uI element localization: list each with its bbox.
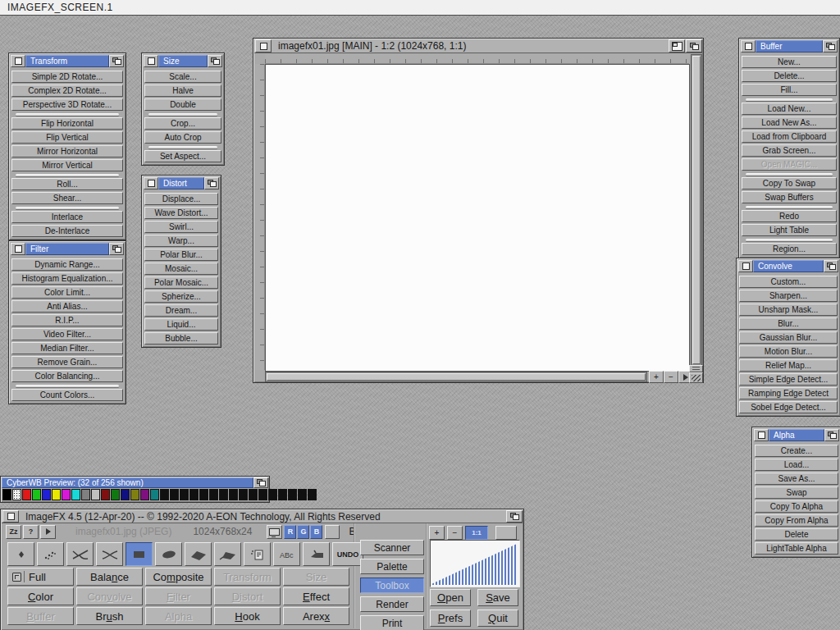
screen-title-bar[interactable]: IMAGEFX_SCREEN.1 [0,0,840,16]
effect-button[interactable]: Effect [283,587,349,605]
color-swatch-101010[interactable] [229,489,238,500]
color-limit-button[interactable]: Color Limit... [11,286,123,299]
red-channel-toggle[interactable]: R [284,525,296,539]
liquid-button[interactable]: Liquid... [144,318,218,331]
one-to-one-button[interactable]: 1:1 [465,526,488,540]
imagefx-titlebar[interactable]: ImageFX 4.5 (12-Apr-20) -- © 1992-2020 A… [2,510,523,523]
perspective-3d-rotate-button[interactable]: Perspective 3D Rotate... [11,98,123,111]
page-scanner[interactable]: Scanner [360,540,424,555]
copy-from-alpha-button[interactable]: Copy From Alpha [755,514,838,527]
vertical-scrollbar-knob[interactable] [692,56,701,364]
color-swatch-101010[interactable] [278,489,287,500]
distort-button[interactable]: Distort [214,587,281,605]
color-swatch-101010[interactable] [170,489,179,500]
color-swatch-101010[interactable] [180,489,189,500]
shear-button[interactable]: Shear... [11,192,123,204]
mirror-vertical-button[interactable]: Mirror Vertical [11,159,123,171]
depth-gadget[interactable] [253,477,268,488]
depth-gadget[interactable] [824,260,838,272]
green-channel-toggle[interactable]: G [297,525,309,539]
color-swatch-000000[interactable] [2,489,11,500]
auto-crop-button[interactable]: Auto Crop [144,131,221,144]
depth-gadget[interactable] [109,243,124,255]
load-button[interactable]: Load... [755,459,838,471]
color-swatch-18c418[interactable] [32,489,41,500]
remove-grain-button[interactable]: Remove Grain... [11,356,123,368]
relief-map-button[interactable]: Relief Map... [739,359,838,372]
spray-gun-tool-button[interactable] [303,542,330,566]
run-button[interactable] [40,525,56,539]
zoom-out-button[interactable]: − [664,371,678,383]
buffer-panel-titlebar[interactable]: Buffer [741,40,838,52]
close-gadget[interactable] [2,510,19,523]
open-button[interactable]: Open [430,589,471,606]
swap-buffers-button[interactable]: Swap Buffers [742,191,837,203]
color-swatch-101010[interactable] [160,489,169,500]
color-balancing-button[interactable]: Color Balancing... [11,370,123,382]
display-button[interactable] [267,525,282,539]
load-new-button[interactable]: Load New... [742,103,837,115]
region-button[interactable]: Region... [742,243,837,255]
count-colors-button[interactable]: Count Colors... [11,389,123,401]
dream-button[interactable]: Dream... [144,304,218,317]
prefs-button[interactable]: Prefs [430,609,471,627]
color-swatch-e01818[interactable] [22,489,31,500]
composite-button[interactable]: Composite [145,568,212,586]
close-gadget[interactable] [11,55,25,67]
color-swatch-101080[interactable] [121,489,130,500]
brush-button[interactable]: Brush [76,607,143,625]
set-aspect-button[interactable]: Set Aspect... [144,150,221,162]
convolve-button[interactable]: Convolve [76,587,143,605]
flip-vertical-button[interactable]: Flip Vertical [11,131,123,144]
curve-tool-button[interactable] [96,542,123,566]
anti-alias-button[interactable]: Anti Alias... [11,300,123,313]
full-button[interactable]: Full [7,568,74,586]
resize-gadget[interactable] [689,372,703,383]
vertical-scrollbar[interactable] [691,54,702,366]
close-gadget[interactable] [738,260,753,272]
copy-to-alpha-button[interactable]: Copy To Alpha [755,500,838,513]
dynamic-range-button[interactable]: Dynamic Range... [11,258,123,271]
median-filter-button[interactable]: Median Filter... [11,342,123,354]
color-swatch-107810[interactable] [111,489,120,500]
pattern-swatch-2[interactable] [495,526,517,540]
pixel-tool-button[interactable] [7,542,34,566]
alpha-panel-titlebar[interactable]: Alpha [754,429,839,441]
color-swatch-ffffff[interactable] [12,489,21,500]
convolve-panel-titlebar[interactable]: Convolve [738,260,838,272]
halve-button[interactable]: Halve [144,84,221,97]
rectangle-tool-button[interactable] [126,542,153,566]
mirror-horizontal-button[interactable]: Mirror Horizontal [11,145,123,158]
close-gadget[interactable] [144,55,158,67]
horizontal-scrollbar-knob[interactable] [267,373,646,381]
undo-button[interactable]: UNDO [332,542,363,566]
motion-blur-button[interactable]: Motion Blur... [739,345,838,358]
wave-distort-button[interactable]: Wave Distort... [144,207,218,219]
color-swatch-101010[interactable] [308,489,317,500]
fill-button[interactable]: Fill... [742,84,837,96]
copy-to-swap-button[interactable]: Copy To Swap [742,177,837,189]
view-options-button[interactable] [689,365,703,372]
light-table-button[interactable]: Light Table [742,224,837,236]
depth-gadget[interactable] [208,55,222,67]
image-canvas[interactable] [265,64,690,372]
double-button[interactable]: Double [144,98,221,111]
transform-panel-titlebar[interactable]: Transform [11,55,124,67]
buffer-button[interactable]: Buffer [7,607,74,625]
color-swatch-101010[interactable] [268,489,277,500]
airbrush-tool-button[interactable] [37,542,64,566]
load-new-as-button[interactable]: Load New As... [742,116,837,129]
flip-horizontal-button[interactable]: Flip Horizontal [11,117,123,130]
de-interlace-button[interactable]: De-Interlace [11,225,123,237]
depth-gadget[interactable] [506,510,523,523]
depth-gadget[interactable] [824,429,839,441]
help-button[interactable]: ? [23,525,39,539]
distort-panel-titlebar[interactable]: Distort [144,177,219,189]
sharpen-button[interactable]: Sharpen... [739,290,838,302]
color-button[interactable]: Color [7,587,74,605]
color-swatch-e8e800[interactable] [52,489,61,500]
delete-button[interactable]: Delete [755,528,838,541]
color-swatch-d818d8[interactable] [62,489,71,500]
color-swatch-101010[interactable] [199,489,208,500]
sleep-button[interactable]: Zz [6,525,21,539]
